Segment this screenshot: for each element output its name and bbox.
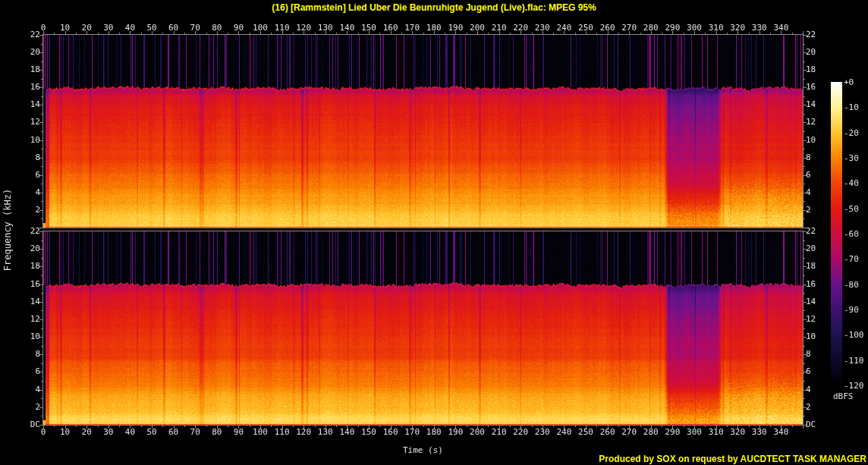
freq-tick-label-left: 12 (16, 315, 40, 324)
legend-tick-label: -80 (844, 281, 868, 290)
axes-ticks-overlay (0, 0, 868, 465)
freq-tick-label-right: 20 (806, 244, 830, 253)
freq-tick-label-right: 6 (806, 171, 830, 180)
freq-tick-label-left: 16 (16, 280, 40, 289)
legend-tick-label: -30 (844, 154, 868, 163)
dbfs-unit-label: dBFS (833, 391, 854, 401)
time-tick-label-top: 340 (768, 24, 794, 33)
dbfs-colorbar (831, 82, 842, 385)
freq-tick-label-left: 20 (16, 48, 40, 57)
freq-tick-label-right: 10 (806, 136, 830, 145)
legend-tick-label: +0 (844, 78, 868, 87)
legend-tick-label: -70 (844, 255, 868, 264)
freq-tick-label-right: 6 (806, 367, 830, 376)
freq-tick-label-left: 2 (16, 403, 40, 412)
freq-tick-label-right: 12 (806, 315, 830, 324)
freq-tick-label-right: 22 (806, 30, 830, 39)
freq-tick-label-right: 14 (806, 100, 830, 109)
freq-tick-label-right: 4 (806, 188, 830, 197)
freq-tick-label-left: 14 (16, 100, 40, 109)
freq-tick-label-left: DC (16, 420, 40, 429)
freq-tick-label-right: 14 (806, 297, 830, 306)
freq-tick-label-left: 4 (16, 385, 40, 394)
freq-tick-label-right: 20 (806, 48, 830, 57)
legend-tick-label: -40 (844, 179, 868, 188)
freq-tick-label-left: 22 (16, 30, 40, 39)
legend-tick-label: -10 (844, 103, 868, 112)
freq-tick-label-right: 2 (806, 403, 830, 412)
legend-tick-label: -20 (844, 129, 868, 138)
legend-tick-label: -90 (844, 306, 868, 315)
legend-tick-label: -110 (844, 357, 868, 366)
time-tick-label-bottom: 340 (768, 428, 794, 437)
freq-tick-label-left: 18 (16, 262, 40, 271)
freq-tick-label-left: 6 (16, 367, 40, 376)
credit-line: Produced by SOX on request by AUCDTECT T… (599, 454, 866, 464)
freq-tick-label-right: 10 (806, 332, 830, 341)
freq-tick-label-left: 20 (16, 244, 40, 253)
freq-tick-label-right: 8 (806, 350, 830, 359)
freq-tick-label-left: 4 (16, 188, 40, 197)
freq-tick-label-right: 18 (806, 262, 830, 271)
freq-tick-label-right: 18 (806, 65, 830, 74)
freq-tick-label-left: 18 (16, 65, 40, 74)
freq-tick-label-left: 22 (16, 227, 40, 236)
freq-tick-label-right: 16 (806, 83, 830, 92)
freq-tick-label-right: 4 (806, 385, 830, 394)
freq-tick-label-right: 16 (806, 280, 830, 289)
sox-spectrogram-window: (16) [Rammstein] Lied Uber Die Beunruhig… (0, 0, 868, 465)
freq-tick-label-right: 22 (806, 227, 830, 236)
freq-tick-label-right: DC (806, 420, 830, 429)
freq-tick-label-right: 2 (806, 206, 830, 215)
legend-tick-label: -60 (844, 230, 868, 239)
freq-tick-label-left: 10 (16, 332, 40, 341)
freq-tick-label-left: 12 (16, 118, 40, 127)
legend-tick-label: -100 (844, 331, 868, 340)
freq-tick-label-left: 14 (16, 297, 40, 306)
freq-tick-label-left: 10 (16, 136, 40, 145)
freq-tick-label-left: 8 (16, 153, 40, 162)
freq-tick-label-right: 12 (806, 118, 830, 127)
freq-tick-label-left: 8 (16, 350, 40, 359)
freq-tick-label-left: 2 (16, 206, 40, 215)
legend-tick-label: -120 (844, 382, 868, 391)
freq-tick-label-right: 8 (806, 153, 830, 162)
freq-tick-label-left: 6 (16, 171, 40, 180)
freq-tick-label-left: 16 (16, 83, 40, 92)
frequency-axis-title: Frequency (kHz) (2, 189, 13, 271)
legend-tick-label: -50 (844, 205, 868, 214)
